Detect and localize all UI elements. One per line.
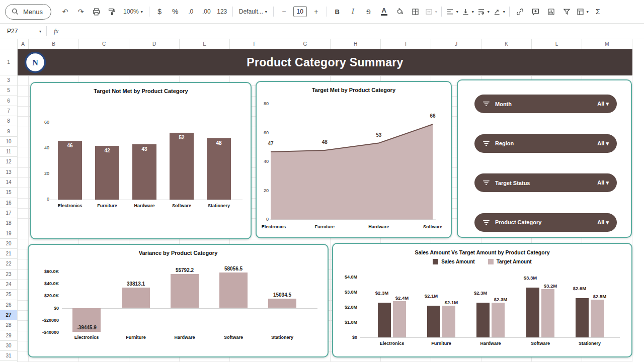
functions-button[interactable]: Σ [591, 5, 605, 19]
bold-button[interactable]: B [331, 5, 344, 19]
slicer-month[interactable]: MonthAll ▾ [474, 95, 617, 113]
point-value-label: 53 [371, 132, 386, 138]
cell-reference-box[interactable]: P27 ▾ [0, 24, 46, 39]
slicer-panel: MonthAll ▾RegionAll ▾Target StatusAll ▾P… [457, 79, 632, 238]
row-header-8[interactable]: 8 [0, 116, 17, 126]
row-header-15[interactable]: 15 [0, 188, 17, 198]
row-header-16[interactable]: 16 [0, 198, 17, 208]
column-header-d[interactable]: D [129, 39, 180, 49]
slicer-product-category[interactable]: Product CategoryAll ▾ [474, 213, 617, 232]
row-header-10[interactable]: 10 [0, 137, 17, 147]
decrease-decimal-button[interactable]: .0 [184, 5, 198, 19]
area-chart-canvas [257, 82, 451, 237]
bar-value-label: 52 [170, 135, 194, 140]
sales-value-label: $2.3M [469, 290, 492, 296]
row-header-31[interactable]: 31 [0, 351, 17, 361]
decrease-font-size-button[interactable]: − [277, 5, 291, 19]
merge-cells-button[interactable]: ▾ [424, 5, 438, 19]
column-header-f[interactable]: F [230, 39, 280, 49]
insert-comment-button[interactable] [529, 5, 542, 19]
row-header-14[interactable]: 14 [0, 177, 17, 188]
row-header-11[interactable]: 11 [0, 147, 17, 157]
text-rotation-button[interactable]: ▾ [492, 5, 506, 19]
formula-input[interactable] [65, 24, 644, 39]
column-header-l[interactable]: L [532, 39, 582, 49]
column-header-c[interactable]: C [79, 39, 129, 49]
row-header-24[interactable]: 24 [0, 280, 17, 290]
row-header-30[interactable]: 30 [0, 341, 17, 351]
column-header-e[interactable]: E [180, 39, 230, 49]
font-select[interactable]: Default...▾ [236, 5, 270, 19]
column-header-g[interactable]: G [280, 39, 331, 49]
print-button[interactable] [90, 5, 103, 19]
slicer-label: Target Status [495, 180, 530, 186]
insert-chart-button[interactable] [544, 5, 558, 19]
row-header-17[interactable]: 17 [0, 208, 17, 218]
row-header-5[interactable]: 5 [0, 85, 17, 96]
strikethrough-button[interactable]: S [362, 5, 375, 19]
dashboard-title: Product Category Summary [247, 56, 403, 69]
vertical-align-button[interactable]: ▾ [461, 5, 474, 19]
row-header-13[interactable]: 13 [0, 167, 17, 177]
column-header-a[interactable]: A [18, 39, 29, 49]
font-size-input[interactable]: 10 [293, 6, 307, 17]
chart-card-variance[interactable]: Variance by Product Category $60.0K$40.0… [28, 244, 329, 357]
horizontal-align-button[interactable]: ▾ [445, 5, 459, 19]
create-filter-button[interactable] [560, 5, 574, 19]
row-header-12[interactable]: 12 [0, 157, 17, 167]
chevron-down-icon: ▾ [488, 10, 490, 14]
sales-bar [378, 303, 391, 337]
insert-link-button[interactable] [513, 5, 527, 19]
sheet-grid[interactable]: N Product Category Summary Target Not Me… [18, 49, 644, 362]
fill-color-button[interactable] [393, 5, 407, 19]
toolbar-divider [441, 7, 442, 17]
slicer-region[interactable]: RegionAll ▾ [474, 134, 617, 153]
row-header-26[interactable]: 26 [0, 300, 17, 310]
redo-button[interactable]: ↷ [74, 5, 88, 19]
toolbar-divider [273, 7, 274, 17]
row-header-6[interactable]: 6 [0, 96, 17, 106]
column-header-i[interactable]: I [381, 39, 431, 49]
row-header-19[interactable]: 19 [0, 229, 17, 239]
undo-button[interactable]: ↶ [58, 5, 72, 19]
chart-card-target-not-met[interactable]: Target Not Met by Product Category 02040… [30, 82, 252, 239]
row-header-28[interactable]: 28 [0, 320, 17, 330]
zoom-select[interactable]: 100%▾ [121, 5, 145, 19]
select-all-corner[interactable] [0, 39, 18, 49]
increase-decimal-button[interactable]: .00 [200, 5, 213, 19]
row-header-25[interactable]: 25 [0, 290, 17, 300]
column-header-k[interactable]: K [481, 39, 532, 49]
paint-format-button[interactable] [105, 5, 119, 19]
text-wrap-button[interactable]: ▾ [476, 5, 490, 19]
row-header-20[interactable]: 20 [0, 239, 17, 249]
text-color-button[interactable]: A [377, 5, 391, 19]
row-header-7[interactable]: 7 [0, 106, 17, 116]
row-header-29[interactable]: 29 [0, 331, 17, 341]
chart-card-target-met[interactable]: Target Met by Product Category 020406080… [256, 81, 452, 238]
borders-button[interactable] [409, 5, 422, 19]
column-header-h[interactable]: H [331, 39, 381, 49]
italic-button[interactable]: I [346, 5, 360, 19]
column-header-m[interactable]: M [582, 39, 632, 49]
currency-format-button[interactable]: $ [153, 5, 167, 19]
menus-button[interactable]: Menus [5, 4, 51, 20]
bar-value-label: 42 [95, 148, 119, 153]
chart-card-sales-vs-target[interactable]: Sales Amount Vs Target Amount by Product… [332, 243, 632, 357]
row-header-1[interactable]: 1 [0, 49, 17, 75]
row-header-9[interactable]: 9 [0, 127, 17, 137]
slicer-target-status[interactable]: Target StatusAll ▾ [474, 173, 617, 192]
column-header-j[interactable]: J [431, 39, 481, 49]
table-views-button[interactable]: ▾ [576, 5, 589, 19]
row-header-23[interactable]: 23 [0, 269, 17, 280]
column-header-b[interactable]: B [29, 39, 79, 49]
row-header-3[interactable]: 3 [0, 75, 17, 85]
search-icon [11, 8, 19, 16]
increase-font-size-button[interactable]: + [309, 5, 323, 19]
fill-color-icon [395, 8, 404, 16]
percent-format-button[interactable]: % [169, 5, 182, 19]
row-header-21[interactable]: 21 [0, 249, 17, 259]
row-header-22[interactable]: 22 [0, 259, 17, 269]
row-header-18[interactable]: 18 [0, 218, 17, 228]
number-format-button[interactable]: 123 [215, 5, 229, 19]
row-header-27[interactable]: 27 [0, 310, 17, 320]
